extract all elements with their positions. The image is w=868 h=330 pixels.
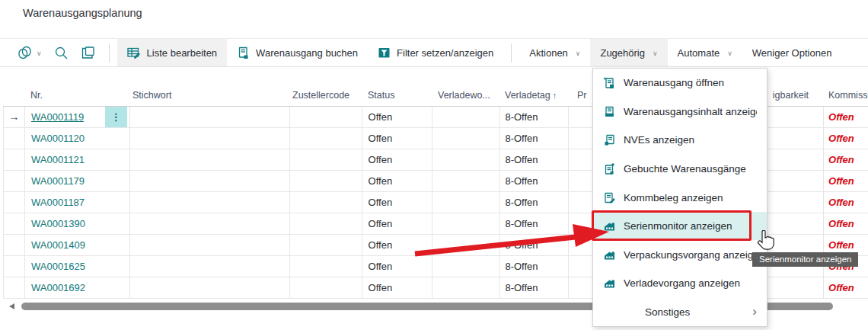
menu-item[interactable]: Serienmonitor anzeigen bbox=[593, 212, 767, 241]
shipment-content-icon bbox=[603, 105, 616, 118]
shipment-number-link[interactable]: WA0001692 bbox=[31, 282, 85, 293]
menu-item[interactable]: Kommbeleg anzeigen bbox=[593, 183, 767, 212]
pages-switch-button[interactable]: ∨ bbox=[12, 40, 48, 66]
shipment-number-link[interactable]: WA0001409 bbox=[31, 239, 85, 251]
stichwort-cell bbox=[130, 128, 290, 149]
shipment-number-link[interactable]: WA0001179 bbox=[31, 175, 85, 187]
shipment-number-link[interactable]: WA0001120 bbox=[31, 133, 85, 144]
verladewo-cell bbox=[432, 192, 501, 213]
menu-item-icon bbox=[603, 277, 616, 290]
zustellercode-cell bbox=[290, 277, 362, 298]
column-header-stichwort[interactable]: Stichwort bbox=[129, 85, 289, 106]
row-marker-cell bbox=[4, 149, 25, 170]
column-header-verladewo[interactable]: Verladewo... bbox=[432, 85, 500, 106]
toolbar-separator bbox=[511, 43, 512, 62]
stichwort-cell bbox=[130, 149, 290, 170]
verladetag-cell: 8-Offen bbox=[500, 107, 569, 127]
menu-item-icon bbox=[603, 133, 616, 146]
zustellercode-cell bbox=[290, 128, 362, 149]
shipment-number-link[interactable]: WA0001187 bbox=[31, 197, 85, 208]
menu-item-label: Serienmonitor anzeigen bbox=[624, 220, 732, 232]
shipment-number-link[interactable]: WA0001119 bbox=[31, 111, 84, 123]
action-toolbar: ∨ Liste bearbeiten Warenausgang buchen F… bbox=[0, 38, 868, 67]
column-header-status[interactable]: Status bbox=[362, 85, 432, 106]
nr-cell: WA0001390 bbox=[25, 213, 130, 234]
kommission-status-cell: Offen bbox=[824, 107, 868, 127]
verladetag-cell: 8-Offen bbox=[500, 171, 569, 191]
row-marker-cell bbox=[4, 213, 25, 234]
submenu-chevron-icon: › bbox=[752, 304, 757, 319]
search-button[interactable] bbox=[48, 40, 75, 66]
stichwort-cell bbox=[130, 192, 290, 213]
edit-list-label: Liste bearbeiten bbox=[147, 47, 218, 59]
zustellercode-cell bbox=[290, 149, 362, 170]
zugehoerig-menu-button[interactable]: Zugehörig ∨ bbox=[590, 39, 667, 66]
column-header-nr[interactable]: Nr. bbox=[24, 85, 129, 106]
stichwort-cell bbox=[130, 256, 290, 277]
pick-document-icon bbox=[603, 191, 616, 204]
stichwort-cell bbox=[130, 277, 290, 298]
post-shipment-label: Warenausgang buchen bbox=[256, 47, 358, 59]
shipment-open-icon bbox=[603, 76, 616, 89]
scroll-left-arrow-icon[interactable] bbox=[9, 303, 14, 309]
menu-item[interactable]: Warenausgang öffnen bbox=[593, 69, 767, 98]
filter-button[interactable]: Filter setzen/anzeigen bbox=[368, 39, 503, 66]
stichwort-cell bbox=[130, 171, 290, 191]
menu-item-label: NVEs anzeigen bbox=[624, 134, 694, 146]
zustellercode-cell bbox=[290, 171, 362, 191]
tooltip: Serienmonitor anzeigen bbox=[752, 252, 858, 267]
menu-item-icon bbox=[603, 248, 616, 261]
nr-cell: WA0001187 bbox=[25, 192, 130, 213]
menu-item-label: Sonstiges bbox=[645, 306, 690, 318]
verladetag-cell: 8-Offen bbox=[500, 128, 569, 149]
verladewo-cell bbox=[432, 235, 501, 255]
shipment-number-link[interactable]: WA0001390 bbox=[31, 218, 85, 229]
open-window-button[interactable] bbox=[75, 40, 101, 66]
series-monitor-icon bbox=[603, 219, 616, 232]
edit-list-button[interactable]: Liste bearbeiten bbox=[117, 39, 228, 66]
weniger-optionen-button[interactable]: Weniger Optionen bbox=[742, 39, 842, 66]
nr-cell: WA0001119 ⋮ bbox=[25, 107, 130, 127]
row-marker-cell bbox=[4, 128, 25, 149]
menu-item-label: Warenausgangsinhalt anzeigen bbox=[624, 106, 757, 117]
open-window-icon bbox=[81, 46, 95, 60]
menu-item-icon bbox=[603, 105, 616, 118]
posted-shipments-icon bbox=[603, 162, 616, 175]
aktionen-menu-button[interactable]: Aktionen ∨ bbox=[519, 39, 590, 66]
menu-item[interactable]: Verladevorgang anzeigen bbox=[593, 269, 767, 298]
verladetag-cell: 8-Offen bbox=[500, 149, 569, 170]
post-shipment-button[interactable]: Warenausgang buchen bbox=[227, 39, 368, 66]
verladewo-cell bbox=[432, 213, 501, 234]
status-cell: Offen bbox=[362, 277, 432, 298]
menu-item-label: Warenausgang öffnen bbox=[624, 77, 724, 88]
column-header-verladetag[interactable]: Verladetag↑ bbox=[500, 85, 569, 106]
stichwort-cell bbox=[130, 107, 290, 127]
column-header-zustellercode[interactable]: Zustellercode bbox=[289, 85, 362, 106]
menu-item[interactable]: Verpackungsvorgang anzeigen bbox=[593, 240, 767, 269]
column-header-kommissio[interactable]: Kommissio bbox=[824, 85, 868, 106]
menu-item-icon bbox=[603, 191, 616, 204]
zustellercode-cell bbox=[290, 256, 362, 277]
menu-item-icon bbox=[603, 76, 616, 89]
shipment-number-link[interactable]: WA0001121 bbox=[31, 154, 85, 165]
menu-item-icon bbox=[603, 219, 616, 232]
menu-item-label: Verpackungsvorgang anzeigen bbox=[624, 249, 757, 261]
status-cell: Offen bbox=[362, 171, 432, 191]
kommission-status-cell: Offen bbox=[824, 171, 868, 191]
sort-ascending-icon: ↑ bbox=[553, 91, 557, 100]
chevron-down-icon: ∨ bbox=[727, 50, 732, 57]
menu-item-label: Kommbeleg anzeigen bbox=[624, 192, 723, 203]
nr-cell: WA0001121 bbox=[25, 149, 130, 170]
shipment-number-link[interactable]: WA0001625 bbox=[31, 261, 85, 272]
verladetag-cell: 8-Offen bbox=[500, 256, 569, 277]
zugehoerig-dropdown-menu: Warenausgang öffnen Warenausgangsinhalt … bbox=[592, 68, 767, 327]
menu-item[interactable]: Warenausgangsinhalt anzeigen bbox=[593, 98, 767, 127]
series-monitor-icon bbox=[603, 248, 616, 261]
menu-item[interactable]: Gebuchte Warenausgänge bbox=[593, 155, 767, 184]
row-options-button[interactable]: ⋮ bbox=[105, 107, 127, 127]
automate-menu-button[interactable]: Automate ∨ bbox=[668, 39, 742, 66]
menu-item[interactable]: NVEs anzeigen bbox=[593, 126, 767, 155]
menu-item[interactable]: Sonstiges › bbox=[593, 298, 767, 327]
filter-icon bbox=[378, 46, 391, 59]
aktionen-label: Aktionen bbox=[529, 47, 568, 59]
